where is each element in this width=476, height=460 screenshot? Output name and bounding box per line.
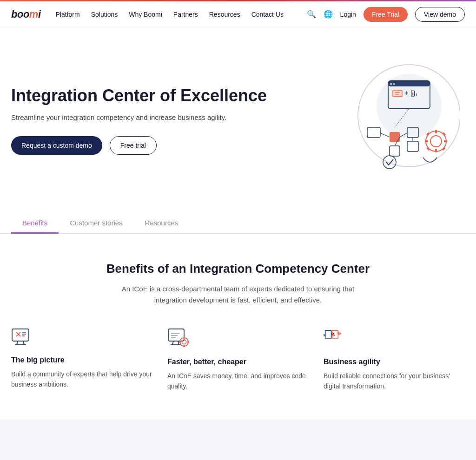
svg-rect-36 [12, 329, 29, 341]
tabs-section: Benefits Customer stories Resources [0, 213, 476, 234]
hero-left: Integration Center of Excellence Streaml… [11, 86, 298, 155]
svg-rect-33 [426, 147, 430, 151]
nav-partners[interactable]: Partners [173, 11, 198, 18]
benefits-title: Benefits of an Integration Competency Ce… [11, 262, 465, 276]
globe-icon[interactable]: 🌐 [324, 10, 333, 19]
svg-rect-45 [168, 329, 184, 341]
svg-rect-28 [435, 149, 437, 152]
svg-rect-4 [390, 83, 392, 85]
nav-links: Platform Solutions Why Boomi Partners Re… [56, 11, 307, 18]
accelerate-section: Accelerate your business Boomi's feature… [11, 438, 465, 460]
benefit-desc-agility: Build reliable connections for your busi… [324, 371, 465, 392]
nav-right: 🔍 🌐 Login Free Trial View demo [307, 7, 465, 22]
svg-rect-29 [425, 140, 428, 142]
benefit-card-big-picture: The big picture Build a community of exp… [11, 328, 152, 392]
hero-title: Integration Center of Excellence [11, 86, 298, 105]
tabs: Benefits Customer stories Resources [11, 213, 465, 233]
logo[interactable]: boomi [11, 8, 41, 20]
benefit-title-big-picture: The big picture [11, 356, 152, 364]
svg-line-37 [17, 341, 18, 345]
svg-rect-30 [444, 140, 447, 142]
hero-illustration: + [321, 55, 460, 185]
svg-line-46 [172, 341, 173, 345]
svg-rect-18 [407, 141, 418, 151]
benefit-title-agility: Business agility [324, 358, 465, 366]
benefit-card-faster: Faster, better, cheaper An ICoE saves mo… [167, 328, 309, 392]
svg-rect-12 [412, 92, 413, 96]
hero-buttons: Request a custom demo Free trial [11, 136, 298, 155]
svg-point-35 [383, 156, 396, 169]
custom-demo-button[interactable]: Request a custom demo [11, 136, 102, 155]
search-icon[interactable]: 🔍 [307, 10, 316, 19]
svg-rect-15 [367, 127, 380, 138]
svg-rect-54 [187, 342, 189, 343]
svg-rect-51 [184, 337, 185, 339]
nav-contact-us[interactable]: Contact Us [251, 11, 284, 18]
svg-rect-52 [184, 345, 185, 347]
benefit-desc-big-picture: Build a community of experts that help d… [11, 369, 152, 390]
benefit-card-agility: ? Business agility Build reliable connec… [324, 328, 465, 392]
svg-rect-19 [390, 146, 400, 156]
svg-rect-7 [393, 90, 402, 97]
svg-rect-14 [416, 93, 417, 96]
monitor-x-icon [11, 328, 152, 348]
free-trial-button[interactable]: Free Trial [364, 7, 408, 22]
hero-subtitle: Streamline your integration competency a… [11, 112, 298, 123]
svg-line-47 [178, 341, 179, 345]
view-demo-button[interactable]: View demo [415, 7, 465, 22]
svg-rect-34 [442, 147, 446, 151]
puzzle-icon: ? [324, 328, 465, 350]
free-trial-outline-button[interactable]: Free trial [110, 136, 157, 155]
tab-resources[interactable]: Resources [134, 213, 190, 234]
benefit-title-faster: Faster, better, cheaper [167, 358, 309, 366]
nav-solutions[interactable]: Solutions [91, 11, 118, 18]
tab-customer-stories[interactable]: Customer stories [59, 213, 133, 234]
svg-line-20 [380, 133, 390, 137]
benefits-cards: The big picture Build a community of exp… [11, 328, 465, 392]
navbar: boomi Platform Solutions Why Boomi Partn… [0, 1, 476, 27]
login-link[interactable]: Login [340, 11, 356, 18]
nav-platform[interactable]: Platform [56, 11, 80, 18]
svg-line-38 [23, 341, 24, 345]
svg-rect-27 [435, 130, 437, 133]
monitor-gear-icon [167, 328, 309, 350]
benefit-desc-faster: An ICoE saves money, time, and improves … [167, 371, 309, 392]
benefits-section: Benefits of an Integration Competency Ce… [0, 234, 476, 420]
svg-rect-53 [179, 342, 181, 343]
nav-why-boomi[interactable]: Why Boomi [129, 11, 162, 18]
tab-benefits[interactable]: Benefits [11, 213, 59, 234]
svg-rect-32 [442, 132, 446, 136]
hero-illustration-container: + [316, 55, 465, 185]
svg-rect-5 [393, 83, 395, 85]
svg-point-26 [430, 136, 442, 147]
svg-text:?: ? [337, 331, 340, 335]
benefits-subtitle: An ICoE is a cross-departmental team of … [117, 283, 359, 306]
hero-section: Integration Center of Excellence Streaml… [0, 27, 476, 213]
svg-rect-16 [390, 132, 400, 142]
svg-text:+: + [404, 89, 408, 97]
nav-resources[interactable]: Resources [209, 11, 240, 18]
accelerate-outer: Accelerate your business Boomi's feature… [0, 420, 476, 460]
svg-rect-13 [414, 91, 415, 96]
